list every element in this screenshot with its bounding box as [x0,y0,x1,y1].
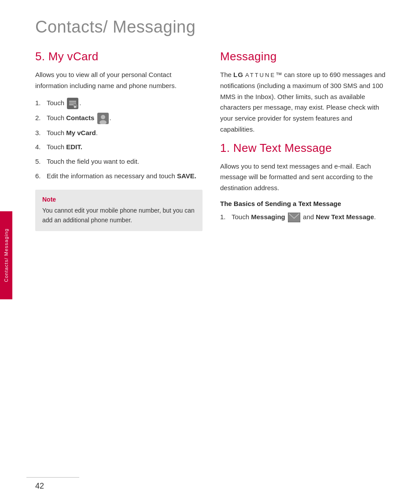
step-3-content: Touch My vCard. [47,128,203,139]
messaging-icon [288,213,300,222]
left-column: 5. My vCard Allows you to view all of yo… [35,50,203,231]
step-5-num: 5. [35,156,47,167]
new-text-step-1-num: 1. [220,212,232,223]
content-area: 5. My vCard Allows you to view all of yo… [0,50,420,249]
note-box: Note You cannot edit your mobile phone n… [35,190,203,232]
page-title: Contacts/ Messaging [0,0,420,50]
section-title-mycard: 5. My vCard [35,50,203,63]
step-4-num: 4. [35,142,47,153]
step-6-num: 6. [35,171,47,182]
right-column: Messaging The LG ATTUNE™ can store up to… [220,50,387,231]
step-1: 1. Touch ▸ . [35,98,203,109]
brand-lg: LG [233,71,243,78]
step-1-num: 1. [35,98,47,109]
note-title: Note [42,196,195,203]
page-container: Contacts/ Messaging Contacts/ Messaging … [0,0,420,504]
step-6: 6. Edit the information as necessary and… [35,171,203,182]
svg-rect-2 [69,103,76,103]
messaging-intro: The LG ATTUNE™ can store up to 690 messa… [220,70,387,135]
new-text-body: Allows you to send text messages and e-m… [220,161,387,194]
contacts-icon [97,113,109,124]
bottom-rule [26,477,79,478]
svg-point-7 [101,115,105,119]
step-2-num: 2. [35,113,47,124]
page-number: 42 [35,482,44,491]
messaging-title: Messaging [220,50,387,63]
step-1-content: Touch ▸ . [47,98,203,109]
step-6-content: Edit the information as necessary and to… [47,171,203,182]
mycard-intro: Allows you to view all of your personal … [35,70,203,92]
svg-rect-1 [69,101,76,102]
note-text: You cannot edit your mobile phone number… [42,206,195,225]
brand-attune: ATTUNE [245,72,276,78]
messaging-intro-text: can store up to 690 messages and notific… [220,71,385,133]
new-text-step-1: 1. Touch Messaging and New Text Message. [220,212,387,223]
step-2-content: Touch Contacts . [47,113,203,124]
basics-subheading: The Basics of Sending a Text Message [220,200,387,207]
new-text-title: 1. New Text Message [220,141,387,155]
step-3-num: 3. [35,128,47,139]
step-4-content: Touch EDIT. [47,142,203,153]
step-3: 3. Touch My vCard. [35,128,203,139]
step-2: 2. Touch Contacts . [35,113,203,124]
side-tab: Contacts/ Messaging [0,211,12,299]
menu-icon: ▸ [67,98,78,109]
new-text-step-1-content: Touch Messaging and New Text Message. [232,212,387,223]
step-5-content: Touch the field you want to edit. [47,156,203,167]
step-5: 5. Touch the field you want to edit. [35,156,203,167]
side-tab-label: Contacts/ Messaging [4,228,9,282]
step-4: 4. Touch EDIT. [35,142,203,153]
